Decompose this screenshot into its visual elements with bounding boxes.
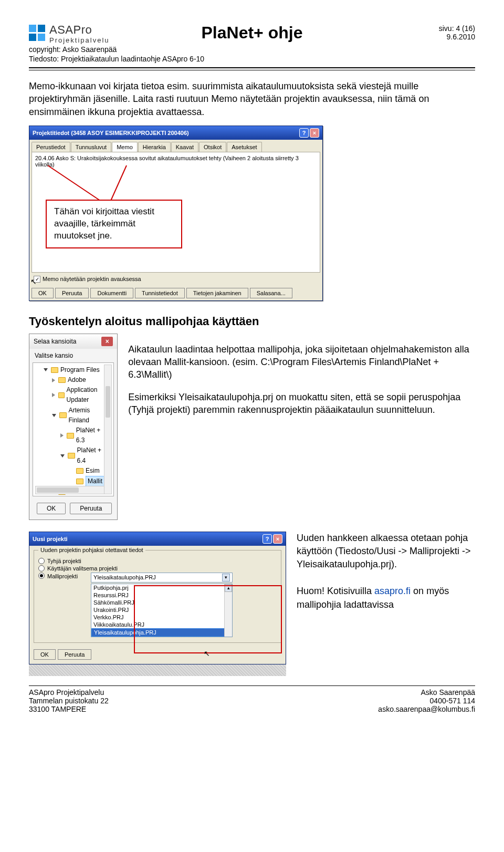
footer-city: 33100 TAMPERE	[29, 705, 109, 713]
tree-item-label: Program Files	[60, 365, 100, 375]
dialog-button[interactable]: Salasana...	[250, 288, 292, 298]
expand-icon[interactable]	[60, 454, 65, 458]
browse-folders-dialog: Selaa kansioita × Valitse kansio Program…	[29, 334, 118, 520]
dialog-button[interactable]: Dokumentti	[90, 288, 133, 298]
tree-item[interactable]: Program Files	[36, 365, 110, 375]
ok-button[interactable]: OK	[37, 503, 66, 514]
list-item[interactable]: Viikkoaikataulu.PRJ	[91, 621, 232, 628]
folder-tree[interactable]: Program FilesAdobeApplication UpdaterArt…	[36, 365, 110, 496]
tree-item[interactable]: Application Updater	[36, 385, 110, 405]
dialog-title: Selaa kansioita	[34, 338, 76, 345]
svg-line-1	[111, 165, 127, 201]
folder-icon	[76, 479, 83, 484]
tree-item[interactable]: PlaNet + 6.3	[36, 425, 110, 445]
tab-kaavat[interactable]: Kaavat	[171, 142, 198, 152]
footer-person: Asko Saarenpää	[378, 688, 475, 697]
scrollbar-horizontal[interactable]	[35, 486, 105, 494]
new-project-dialog: Uusi projekti ? × Uuden projektin pohjak…	[29, 532, 286, 664]
expand-icon[interactable]	[52, 378, 55, 382]
dropdown-value: Yleisaikataulupohja.PRJ	[93, 574, 156, 580]
scrollbar-vertical[interactable]	[104, 365, 112, 494]
cursor-icon: ↖	[30, 277, 37, 286]
list-item[interactable]: Urakointi.PRJ	[91, 606, 232, 614]
footer-phone: 0400-571 114	[378, 697, 475, 705]
folder-icon	[51, 367, 58, 373]
radio-template-project[interactable]	[38, 573, 45, 579]
tree-item-label: Esim	[86, 466, 100, 476]
asapro-link[interactable]: asapro.fi	[374, 586, 411, 596]
radio-empty-project[interactable]	[38, 558, 45, 564]
dialog-title: Uusi projekti	[33, 536, 68, 542]
expand-icon[interactable]	[52, 393, 55, 397]
project-info-dialog: Projektitiedot (3458 ASOY ESIMERKKIPROJE…	[29, 126, 323, 301]
note-paragraph: Huom! Kotisivuilla asapro.fi on myös mal…	[297, 585, 475, 611]
radio-user-project[interactable]	[38, 565, 45, 572]
close-icon[interactable]: ×	[273, 534, 282, 544]
cursor-icon: ↖	[204, 649, 210, 658]
dialog-tabs: PerustiedotTunnusluvutMemoHierarkiaKaava…	[29, 140, 322, 152]
help-icon[interactable]: ?	[262, 534, 272, 544]
section-heading: Työskentelyn aloitus mallipohjaa käyttäe…	[29, 315, 475, 328]
tab-tunnusluvut[interactable]: Tunnusluvut	[71, 142, 112, 152]
close-icon[interactable]: ×	[101, 337, 113, 346]
expand-icon[interactable]	[52, 414, 56, 417]
folder-icon	[58, 392, 65, 398]
list-item[interactable]: Putkipohja.prj	[91, 584, 232, 591]
tree-item[interactable]: PlaNet + 6.4	[36, 445, 110, 465]
list-item[interactable]: Resurssi.PRJ	[91, 591, 232, 599]
list-item[interactable]: Verkko.PRJ	[91, 614, 232, 621]
folder-icon	[76, 468, 83, 474]
groupbox-title: Uuden projektin pohjaksi otettavat tiedo…	[38, 547, 145, 553]
cancel-button[interactable]: Peruuta	[58, 649, 92, 660]
folder-icon	[67, 433, 74, 439]
callout-annotation: Tähän voi kirjoittaa viestit avaajille, …	[46, 200, 182, 248]
template-info-paragraph-1: Aikataulun laadintaa helpottaa mallipohj…	[128, 343, 475, 381]
document-header: ASAPro Projektipalvelu copyright: Asko S…	[29, 21, 475, 54]
tab-hierarkia[interactable]: Hierarkia	[138, 142, 171, 152]
close-icon[interactable]: ×	[310, 128, 319, 138]
document-title: PlaNet+ ohje	[29, 23, 475, 43]
tab-perustiedot[interactable]: Perustiedot	[32, 142, 70, 152]
template-dropdown[interactable]: Yleisaikataulupohja.PRJ ▾	[91, 573, 233, 583]
copyright-line: copyright: Asko Saarenpää	[29, 45, 117, 54]
checkbox-label: Memo näytetään projektin avauksessa	[43, 276, 141, 282]
folder-icon	[68, 453, 75, 459]
memo-text[interactable]: 20.4.06 Asko S: Urakoitsijakokouksessa s…	[35, 155, 317, 168]
dialog-button[interactable]: Tunnistetiedot	[135, 288, 185, 298]
file-line: Tiedosto: Projektiaikataulun laadintaohj…	[29, 55, 475, 63]
folder-icon	[58, 377, 66, 383]
radio-label: Malliprojekti	[47, 573, 78, 579]
dialog-button[interactable]: Tietojen jakaminen	[186, 288, 248, 298]
template-info-paragraph-2: Esimerkiksi Yleisaikataulupohja.prj on m…	[128, 391, 475, 417]
expand-icon[interactable]	[60, 433, 64, 438]
help-icon[interactable]: ?	[299, 128, 309, 138]
radio-label: Tyhjä projekti	[47, 558, 81, 564]
radio-label: Käyttäjän valitsema projekti	[47, 565, 118, 572]
list-item[interactable]: Sähkömalli.PRJ	[91, 599, 232, 606]
dialog-button[interactable]: Peruuta	[55, 288, 89, 298]
tree-item[interactable]: Esim	[36, 466, 110, 476]
footer-email: asko.saarenpaa@kolumbus.fi	[378, 705, 475, 713]
tree-item[interactable]: Adobe	[36, 375, 110, 385]
dialog-button-row: OKPeruutaDokumenttiTunnistetiedotTietoje…	[29, 286, 322, 300]
folder-prompt: Valitse kansio	[29, 349, 117, 359]
footer-address: Tammelan puistokatu 22	[29, 697, 109, 705]
svg-line-0	[48, 165, 100, 201]
chevron-down-icon[interactable]: ▾	[222, 574, 230, 581]
tree-item[interactable]: Artemis Finland	[36, 406, 110, 425]
dialog-title: Projektitiedot (3458 ASOY ESIMERKKIPROJE…	[33, 130, 189, 136]
tab-asetukset[interactable]: Asetukset	[227, 142, 261, 152]
tab-memo[interactable]: Memo	[112, 142, 138, 152]
ok-button[interactable]: OK	[34, 649, 56, 660]
usage-paragraph: Uuden hankkeen alkaessa otetaan pohja kä…	[297, 532, 475, 572]
document-footer: ASApro Projektipalvelu Tammelan puistoka…	[29, 685, 475, 713]
folder-icon	[59, 412, 67, 418]
template-listbox[interactable]: ▴ Putkipohja.prjResurssi.PRJSähkömalli.P…	[91, 584, 233, 637]
dialog-button[interactable]: OK	[32, 288, 54, 298]
footer-company: ASApro Projektipalvelu	[29, 688, 109, 697]
tab-otsikot[interactable]: Otsikot	[199, 142, 226, 152]
expand-icon[interactable]	[44, 368, 48, 371]
list-item[interactable]: Yleisaikataulupohja.PRJ	[91, 628, 232, 637]
intro-paragraph: Memo-ikkunaan voi kirjata tietoa esim. s…	[29, 80, 475, 118]
cancel-button[interactable]: Peruuta	[70, 503, 112, 514]
